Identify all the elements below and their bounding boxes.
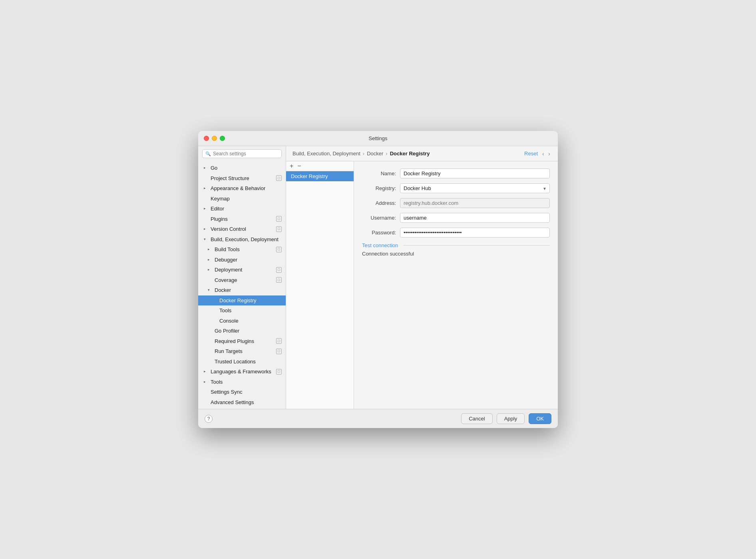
settings-window: Settings 🔍 ▸GoProject Structure□▸Appeara… [198,131,558,428]
breadcrumb: Build, Execution, Deployment › Docker › … [292,151,430,157]
remove-registry-button[interactable]: − [296,163,302,169]
sidebar-item-label: Appearance & Behavior [211,184,265,192]
search-input[interactable] [213,151,279,157]
main-layout: 🔍 ▸GoProject Structure□▸Appearance & Beh… [198,146,558,409]
chevron-icon: ▸ [204,206,209,212]
sidebar-item-tools-top[interactable]: ▸Tools [198,377,286,387]
sidebar-item-build-execution-deployment[interactable]: ▾Build, Execution, Deployment [198,234,286,245]
sidebar-item-languages-frameworks[interactable]: ▸Languages & Frameworks□ [198,367,286,377]
settings-badge-icon: □ [276,349,282,354]
sidebar-item-label: Deployment [215,266,242,274]
add-registry-button[interactable]: + [288,163,294,169]
chevron-icon: ▸ [208,247,213,252]
sidebar-item-label: Keymap [211,195,230,203]
chevron-icon: ▸ [204,369,209,375]
sidebar-item-settings-sync[interactable]: Settings Sync [198,387,286,397]
address-label: Address: [362,200,396,206]
minimize-button[interactable] [212,136,217,141]
window-title: Settings [369,135,388,141]
sidebar-item-go-profiler[interactable]: Go Profiler [198,326,286,336]
chevron-icon: ▸ [204,379,209,385]
traffic-lights [204,136,225,141]
sidebar-item-label: Advanced Settings [211,398,254,406]
sidebar-item-plugins[interactable]: Plugins□ [198,214,286,224]
sidebar-item-keymap[interactable]: Keymap [198,194,286,204]
sidebar-item-label: Go [211,164,217,172]
ok-button[interactable]: OK [529,413,551,424]
sidebar-item-editor[interactable]: ▸Editor [198,204,286,214]
registry-label: Registry: [362,185,396,191]
registry-select[interactable]: Docker HubGitLab Container RegistryAmazo… [400,183,550,193]
sidebar-item-debugger[interactable]: ▸Debugger [198,255,286,265]
chevron-icon: ▾ [208,287,213,293]
nav-arrows: ‹ › [541,150,551,157]
address-input[interactable] [400,198,550,208]
chevron-icon: ▸ [204,226,209,232]
sidebar-item-label: Run Targets [215,347,243,355]
list-toolbar: + − [286,161,354,171]
settings-badge-icon: □ [276,175,282,181]
sidebar-item-run-targets[interactable]: Run Targets□ [198,346,286,357]
sidebar-item-label: Console [219,317,239,325]
sidebar-item-label: Required Plugins [215,337,254,345]
form-panel: Name: Registry: Docker HubGitLab Contain… [354,161,558,409]
sidebar-item-go[interactable]: ▸Go [198,163,286,173]
sidebar-item-version-control[interactable]: ▸Version Control□ [198,224,286,234]
sidebar-item-required-plugins[interactable]: Required Plugins□ [198,336,286,347]
chevron-icon: ▸ [204,186,209,191]
cancel-button[interactable]: Cancel [461,413,492,424]
chevron-icon: ▸ [208,267,213,273]
registry-list-panel: + − Docker Registry [286,161,354,409]
registry-list-item[interactable]: Docker Registry [286,171,354,181]
bottom-bar: ? Cancel Apply OK [198,409,558,428]
username-input[interactable] [400,213,550,223]
sidebar-item-label: Docker [215,286,231,294]
sidebar-item-tools[interactable]: Tools [198,305,286,316]
sidebar-item-label: Tools [211,378,223,386]
sidebar-item-docker-registry[interactable]: Docker Registry [198,295,286,306]
password-input[interactable] [400,228,550,238]
sidebar-item-label: Version Control [211,225,246,233]
address-row: Address: [362,198,550,208]
help-button[interactable]: ? [205,415,213,423]
sidebar-item-project-structure[interactable]: Project Structure□ [198,173,286,184]
name-input[interactable] [400,168,550,178]
reset-button[interactable]: Reset [524,151,538,157]
settings-badge-icon: □ [276,277,282,283]
settings-badge-icon: □ [276,226,282,232]
password-label: Password: [362,230,396,236]
sidebar-item-label: Go Profiler [215,327,239,335]
chevron-icon: ▸ [208,257,213,263]
sidebar-item-docker[interactable]: ▾Docker [198,285,286,295]
settings-badge-icon: □ [276,338,282,344]
test-connection-button[interactable]: Test connection [362,242,398,248]
content-header: Build, Execution, Deployment › Docker › … [286,146,558,161]
back-button[interactable]: ‹ [541,150,545,157]
sidebar-item-coverage[interactable]: Coverage□ [198,275,286,285]
apply-button[interactable]: Apply [497,413,525,424]
sidebar-item-deployment[interactable]: ▸Deployment□ [198,265,286,275]
sidebar-item-label: Build Tools [215,246,240,254]
breadcrumb-part-2: Docker [367,151,383,157]
sidebar-item-console[interactable]: Console [198,316,286,326]
sidebar-item-trusted-locations[interactable]: Trusted Locations [198,357,286,367]
sidebar-item-label: Trusted Locations [215,358,256,366]
password-row: Password: [362,228,550,238]
close-button[interactable] [204,136,209,141]
connection-status: Connection successful [362,251,550,257]
sidebar-item-label: Debugger [215,256,237,264]
breadcrumb-part-1: Build, Execution, Deployment [292,151,360,157]
chevron-icon: ▸ [204,165,209,171]
forward-button[interactable]: › [547,150,551,157]
sidebar-item-appearance-behavior[interactable]: ▸Appearance & Behavior [198,183,286,194]
username-row: Username: [362,213,550,223]
registry-select-wrapper: Docker HubGitLab Container RegistryAmazo… [400,183,550,193]
sidebar-item-advanced-settings[interactable]: Advanced Settings [198,397,286,408]
sidebar: 🔍 ▸GoProject Structure□▸Appearance & Beh… [198,146,286,409]
chevron-icon: ▾ [204,237,209,242]
maximize-button[interactable] [220,136,225,141]
registry-list: Docker Registry [286,171,354,409]
sidebar-item-build-tools[interactable]: ▸Build Tools□ [198,244,286,255]
search-box[interactable]: 🔍 [202,149,282,158]
settings-badge-icon: □ [276,267,282,273]
